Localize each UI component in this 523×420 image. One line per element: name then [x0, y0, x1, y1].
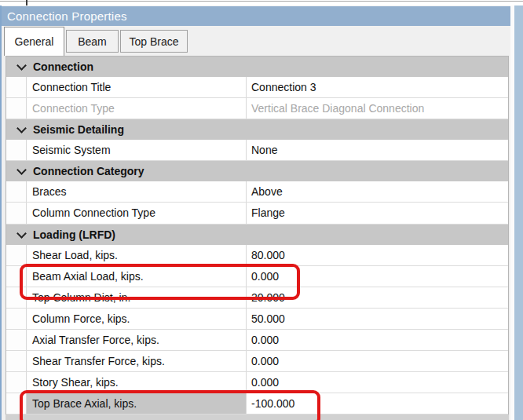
property-row-story-shear-kips: Story Shear, kips.0.000	[6, 372, 508, 393]
row-gutter	[6, 245, 27, 265]
property-value-cell[interactable]: 50.000	[247, 309, 508, 329]
property-value-cell[interactable]: -100.000	[247, 393, 508, 414]
property-value-cell[interactable]: None	[247, 140, 508, 160]
property-value: 80.000	[251, 249, 285, 261]
tab-general[interactable]: General	[4, 27, 64, 56]
property-label: Axial Transfer Force, kips.	[32, 334, 159, 346]
section-header-connection[interactable]: Connection	[6, 57, 508, 77]
chevron-down-icon[interactable]	[16, 123, 27, 133]
chevron-down-icon[interactable]	[16, 165, 27, 175]
property-value-cell[interactable]: 20.000	[247, 287, 508, 308]
property-label-cell[interactable]: Axial Transfer Force, kips.	[27, 330, 247, 350]
property-label-cell[interactable]: Seismic System	[27, 140, 247, 160]
connection-properties-panel: Connection Properties GeneralBeamTop Bra…	[0, 5, 523, 420]
property-value: 0.000	[251, 334, 279, 346]
property-label: Shear Load, kips.	[32, 249, 118, 261]
property-value-cell[interactable]: Vertical Brace Diagonal Connection	[247, 98, 508, 119]
property-label-cell[interactable]: Story Shear, kips.	[27, 372, 247, 393]
property-value: 0.000	[251, 376, 279, 389]
row-gutter	[6, 351, 27, 371]
row-gutter	[6, 266, 27, 287]
property-row-shear-transfer-force-kips: Shear Transfer Force, kips.0.000	[6, 351, 508, 372]
property-row-top-column-dist-in: Top Column Dist, in.20.000	[6, 287, 508, 309]
property-value: Flange	[251, 206, 285, 219]
property-value: -100.000	[251, 397, 294, 410]
status-strip	[5, 415, 509, 420]
chevron-down-icon[interactable]	[16, 228, 27, 239]
row-gutter	[6, 309, 27, 329]
property-row-seismic-system: Seismic SystemNone	[6, 140, 508, 161]
property-value: Above	[251, 185, 283, 198]
property-label-cell[interactable]: Connection Type	[27, 98, 247, 119]
property-label: Connection Type	[32, 102, 115, 115]
property-label: Beam Axial Load, kips.	[32, 270, 144, 283]
property-value: 0.000	[251, 270, 279, 283]
section-label: Connection	[33, 60, 93, 73]
row-gutter	[6, 203, 27, 223]
property-label-cell[interactable]: Column Force, kips.	[27, 309, 247, 329]
property-label: Shear Transfer Force, kips.	[32, 355, 165, 367]
property-row-connection-title: Connection TitleConnection 3	[6, 77, 508, 98]
property-label-cell[interactable]: Shear Transfer Force, kips.	[27, 351, 247, 371]
tab-label: Beam	[78, 35, 107, 48]
row-gutter	[6, 393, 27, 414]
tab-label: General	[15, 35, 54, 48]
property-row-beam-axial-load-kips: Beam Axial Load, kips.0.000	[6, 266, 508, 287]
panel-title: Connection Properties	[2, 9, 127, 23]
tab-beam[interactable]: Beam	[66, 30, 119, 53]
property-label: Top Column Dist, in.	[32, 291, 130, 304]
property-label: Braces	[32, 185, 67, 198]
property-label: Connection Title	[32, 81, 111, 93]
property-label: Top Brace Axial, kips.	[32, 397, 137, 410]
property-value: 20.000	[251, 291, 285, 304]
row-gutter	[6, 98, 27, 119]
property-label-cell[interactable]: Column Connection Type	[27, 203, 247, 223]
property-value: None	[251, 144, 277, 156]
section-label: Seismic Detailing	[33, 123, 124, 136]
property-value-cell[interactable]: Above	[247, 181, 508, 202]
panel-right-border	[514, 5, 523, 420]
property-value-cell[interactable]: 80.000	[247, 245, 508, 265]
property-row-top-brace-axial-kips: Top Brace Axial, kips.-100.000	[6, 393, 508, 415]
property-row-column-force-kips: Column Force, kips.50.000	[6, 309, 508, 330]
property-value: Connection 3	[251, 81, 316, 93]
property-grid: ConnectionConnection TitleConnection 3Co…	[5, 56, 509, 415]
property-label-cell[interactable]: Top Brace Axial, kips.	[27, 393, 247, 414]
property-row-braces: BracesAbove	[6, 181, 508, 203]
row-gutter	[6, 287, 27, 308]
chevron-down-icon[interactable]	[16, 60, 27, 71]
section-header-loading-lrfd[interactable]: Loading (LRFD)	[6, 225, 508, 245]
property-row-axial-transfer-force-kips: Axial Transfer Force, kips.0.000	[6, 330, 508, 351]
row-gutter	[6, 372, 27, 393]
property-label: Seismic System	[32, 144, 111, 156]
window-remnant-strip	[0, 0, 523, 5]
tab-top-brace[interactable]: Top Brace	[120, 30, 188, 53]
property-value-cell[interactable]: Connection 3	[247, 77, 508, 97]
property-label-cell[interactable]: Braces	[27, 181, 247, 202]
section-header-seismic-detailing[interactable]: Seismic Detailing	[6, 119, 508, 140]
row-gutter	[6, 140, 27, 160]
row-gutter	[6, 77, 27, 97]
property-label-cell[interactable]: Beam Axial Load, kips.	[27, 266, 247, 287]
property-label-cell[interactable]: Shear Load, kips.	[27, 245, 247, 265]
divider	[0, 1, 523, 2]
property-value-cell[interactable]: 0.000	[247, 266, 508, 287]
property-value-cell[interactable]: 0.000	[247, 351, 508, 371]
property-value-cell[interactable]: 0.000	[247, 372, 508, 393]
property-label: Column Force, kips.	[32, 312, 130, 325]
row-gutter	[6, 181, 27, 202]
property-label-cell[interactable]: Connection Title	[27, 77, 247, 97]
section-label: Connection Category	[33, 165, 144, 177]
property-value: 50.000	[251, 312, 285, 325]
property-value: 0.000	[251, 355, 279, 367]
property-value-cell[interactable]: 0.000	[247, 330, 508, 350]
property-value-cell[interactable]: Flange	[247, 203, 508, 223]
panel-titlebar[interactable]: Connection Properties	[2, 6, 510, 26]
property-row-connection-type: Connection TypeVertical Brace Diagonal C…	[6, 98, 508, 119]
tab-label: Top Brace	[129, 35, 178, 48]
section-header-connection-category[interactable]: Connection Category	[6, 161, 508, 181]
property-label: Story Shear, kips.	[32, 376, 119, 389]
property-label: Column Connection Type	[32, 206, 155, 219]
property-label-cell[interactable]: Top Column Dist, in.	[27, 287, 247, 308]
property-value: Vertical Brace Diagonal Connection	[251, 102, 424, 115]
